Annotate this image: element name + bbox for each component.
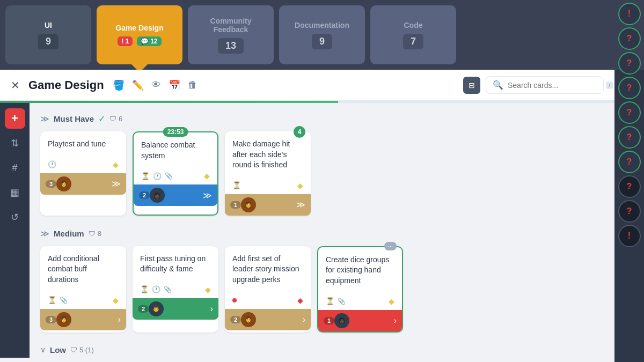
card-leader-footer: 2 👩 ›: [225, 309, 311, 330]
card-leader-meta: ◆: [232, 296, 303, 305]
top-card-ui-count: 9: [38, 34, 58, 49]
medium-cards: Add conditional combat buff durations ⏳ …: [40, 246, 604, 333]
clock-icon: 🕐: [153, 172, 162, 180]
card-buff-meta: ⏳ 📎 ◆: [48, 296, 119, 305]
right-btn-10[interactable]: !: [618, 225, 641, 247]
avatar: 👩: [56, 176, 71, 191]
top-card-community-count: 13: [218, 38, 244, 54]
top-card-code-count: 7: [403, 34, 423, 49]
card-tuning-meta: ⏳ 🕐 📎 ◆: [140, 285, 211, 294]
sort-button[interactable]: ⇅: [5, 133, 25, 153]
card-playtest-title: Playtest and tune: [48, 139, 119, 150]
dots-menu[interactable]: ···: [384, 242, 397, 250]
top-card-code[interactable]: Code 7: [370, 5, 456, 64]
diamond-icon: ◆: [389, 297, 394, 306]
hourglass-icon: ⏳: [141, 172, 150, 180]
diamond-icon: ◆: [205, 285, 211, 294]
close-button[interactable]: ✕: [11, 79, 20, 92]
must-have-cards: Playtest and tune 🕐 ◆ 3 👩 ≫ 23:53: [40, 131, 604, 216]
history-button[interactable]: ↺: [5, 207, 25, 227]
low-label: Low: [50, 345, 66, 354]
card-dice-title: Create dice groups for existing hand equ…: [326, 255, 394, 286]
right-btn-3[interactable]: ?: [618, 52, 641, 75]
right-btn-5[interactable]: ?: [618, 101, 641, 124]
clock-icon: 🕐: [48, 160, 56, 168]
card-tuning-footer: 2 👨 ›: [133, 298, 218, 320]
priority-chevron: ›: [210, 304, 213, 314]
right-btn-1[interactable]: !: [618, 3, 641, 25]
chat-badge: 💬 12: [137, 36, 161, 46]
card-dice[interactable]: ··· Create dice groups for existing hand…: [317, 246, 403, 333]
right-btn-2[interactable]: ?: [618, 27, 641, 50]
calendar-icon[interactable]: 📅: [169, 79, 180, 91]
avatar: 👩: [241, 312, 256, 327]
right-btn-6[interactable]: ?: [618, 126, 641, 149]
card-damage-meta: ⏳ ◆: [232, 181, 303, 190]
card-dice-meta: ⏳ 📎 ◆: [326, 297, 394, 306]
card-buff[interactable]: Add conditional combat buff durations ⏳ …: [40, 246, 126, 333]
hourglass-icon: ⏳: [232, 181, 241, 189]
right-btn-9[interactable]: ?: [618, 200, 641, 223]
avatar: 👩: [241, 197, 256, 212]
top-card-game-design[interactable]: Game Design ! 1 💬 12: [97, 5, 182, 64]
top-card-community-title: CommunityFeedback: [210, 17, 252, 34]
card-leader[interactable]: Add first set of leader story mission up…: [225, 246, 311, 333]
card-balance-meta: ⏳ 🕐 📎 ◆: [141, 172, 210, 180]
card-buff-title: Add conditional combat buff durations: [48, 254, 119, 285]
top-bar: UI 9 Game Design ! 1 💬 12 CommunityFeedb…: [0, 0, 644, 70]
right-btn-7[interactable]: ?: [618, 151, 641, 173]
content-area: + ⇅ # ▦ ↺ ≫ Must Have ✓ 🛡 6 Playtest an: [0, 103, 614, 358]
right-btn-4[interactable]: ?: [618, 77, 641, 99]
panel-right: ⊟ 🔍 /: [463, 76, 604, 94]
timer-badge: 23:53: [163, 127, 188, 137]
count-badge: 2: [139, 191, 150, 199]
top-card-community[interactable]: CommunityFeedback 13: [188, 5, 274, 64]
priority-chevron: ≫: [203, 190, 212, 201]
bucket-icon[interactable]: 🪣: [113, 79, 125, 91]
medium-label: Medium: [54, 229, 84, 238]
card-playtest[interactable]: Playtest and tune 🕐 ◆ 3 👩 ≫: [40, 131, 126, 216]
card-tuning[interactable]: First pass tuning on difficulty & fame ⏳…: [133, 246, 218, 333]
edit-icon[interactable]: ✏️: [132, 79, 144, 91]
priority-chevron: ≫: [296, 200, 305, 210]
status-dot: [232, 298, 237, 302]
medium-group-header: ≫ Medium 🛡 8: [40, 228, 604, 239]
search-input[interactable]: [508, 81, 602, 90]
panel-header: ✕ Game Design 🪣 ✏️ 👁 📅 🗑 ⊟ 🔍 /: [0, 70, 614, 101]
card-tuning-title: First pass tuning on difficulty & fame: [140, 254, 211, 275]
card-balance[interactable]: 23:53 Balance combat system ⏳ 🕐 📎 ◆ 2 👩🏿…: [133, 131, 218, 216]
top-card-ui[interactable]: UI 9: [5, 5, 91, 64]
filter-button[interactable]: ⊟: [463, 77, 480, 94]
count-badge: 3: [46, 316, 56, 323]
card-buff-footer: 3 👩 ›: [40, 309, 126, 330]
shield-icon: 🛡: [89, 230, 96, 238]
right-btn-8[interactable]: ?: [618, 175, 641, 198]
right-sidebar: ! ? ? ? ? ? ? ? ? !: [614, 0, 644, 362]
card-damage[interactable]: 4 Make damage hit after each side's roun…: [225, 131, 311, 216]
cards-area: ≫ Must Have ✓ 🛡 6 Playtest and tune 🕐 ◆: [30, 103, 614, 358]
card-playtest-footer: 3 👩 ≫: [40, 173, 126, 195]
chevron-down-icon[interactable]: ∨: [40, 345, 46, 354]
count-badge: 2: [230, 316, 241, 323]
diamond-icon: ◆: [297, 181, 303, 190]
must-have-badge: 🛡 6: [109, 115, 122, 123]
card-balance-footer: 2 👩🏿 ≫: [134, 184, 217, 206]
clock-icon: 🕐: [152, 285, 160, 293]
eye-icon[interactable]: 👁: [151, 79, 161, 91]
trash-icon[interactable]: 🗑: [188, 79, 197, 91]
hourglass-icon: ⏳: [326, 297, 334, 305]
top-card-ui-title: UI: [45, 21, 52, 29]
priority-chevron: ≫: [112, 179, 121, 189]
chart-button[interactable]: ▦: [5, 182, 25, 203]
add-button[interactable]: +: [5, 108, 25, 129]
num-badge: 4: [294, 126, 305, 138]
diamond-icon: ◆: [113, 296, 119, 305]
count-badge: 1: [230, 201, 241, 209]
top-card-documentation[interactable]: Documentation 9: [279, 5, 365, 64]
must-have-group-header: ≫ Must Have ✓ 🛡 6: [40, 114, 604, 124]
priority-chevron: ›: [394, 316, 397, 326]
card-leader-title: Add first set of leader story mission up…: [232, 254, 303, 285]
top-card-documentation-count: 9: [312, 34, 332, 49]
search-box: 🔍 /: [486, 76, 604, 94]
tag-button[interactable]: #: [5, 158, 25, 178]
